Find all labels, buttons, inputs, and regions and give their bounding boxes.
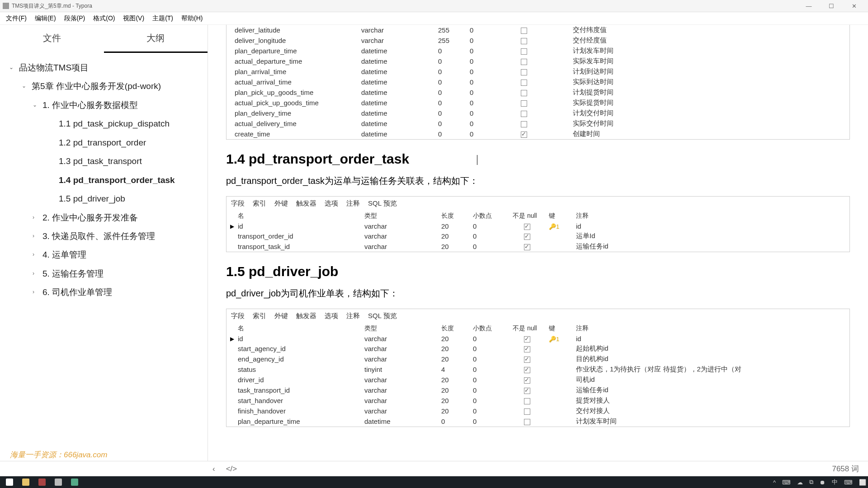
table-row[interactable]: driver_idvarchar200司机id <box>226 375 849 385</box>
outline-label: 5. 运输任务管理 <box>42 267 104 280</box>
checkbox-icon <box>521 69 527 75</box>
menu-item[interactable]: 视图(V) <box>119 14 148 23</box>
table-row[interactable]: statustinyint40作业状态，1为待执行（对应 待提货），2为进行中（… <box>226 364 849 375</box>
table-row[interactable]: task_transport_idvarchar200运输任务id <box>226 385 849 395</box>
outline-item[interactable]: 1.5 pd_driver_job <box>4 189 204 208</box>
db-tab[interactable]: 注释 <box>346 199 360 208</box>
table-row[interactable]: start_agency_idvarchar200起始机构id <box>226 343 849 354</box>
menu-item[interactable]: 编辑(E) <box>31 14 60 23</box>
table-row[interactable]: plan_delivery_timedatetime00计划交付时间 <box>226 108 849 118</box>
outline-item[interactable]: 品达物流TMS项目 <box>4 58 204 77</box>
menu-item[interactable]: 格式(O) <box>89 14 119 23</box>
tray-icon[interactable]: ⌨ <box>782 479 791 486</box>
taskbar: ^⌨☁⧉⏺中⌨⬜ <box>0 476 868 488</box>
table-row[interactable]: plan_arrival_timedatetime00计划到达时间 <box>226 66 849 77</box>
heading-1-4: 1.4 pd_transport_order_task <box>226 151 850 167</box>
checkbox-icon <box>521 90 527 96</box>
table-row[interactable]: actual_arrival_timedatetime00实际到达时间 <box>226 77 849 87</box>
caret-icon <box>33 250 40 259</box>
outline-label: 1. 作业中心服务数据模型 <box>42 99 138 112</box>
checkbox-icon <box>524 357 530 363</box>
taskbar-app-doc[interactable] <box>51 477 66 487</box>
checkbox-icon <box>524 346 530 352</box>
outline-item[interactable]: 1. 作业中心服务数据模型 <box>4 96 204 114</box>
table-row[interactable]: deliver_latitudevarchar2550交付纬度值 <box>226 25 849 35</box>
outline-item[interactable]: 5. 运输任务管理 <box>4 264 204 283</box>
checkbox-icon <box>524 367 530 373</box>
db-tabs: 字段索引外键触发器选项注释SQL 预览 <box>226 309 849 323</box>
tab-file[interactable]: 文件 <box>0 25 104 53</box>
menu-item[interactable]: 文件(F) <box>2 14 31 23</box>
checkbox-icon <box>524 388 530 394</box>
db-tab[interactable]: 字段 <box>231 312 245 320</box>
table-row[interactable]: start_handovervarchar200提货对接人 <box>226 395 849 406</box>
db-tab[interactable]: 选项 <box>325 312 338 320</box>
db-tab[interactable]: 字段 <box>231 199 245 208</box>
menu-item[interactable]: 主题(T) <box>148 14 177 23</box>
table-row[interactable]: ▶idvarchar200🔑1id <box>226 334 849 343</box>
db-tab[interactable]: SQL 预览 <box>368 199 397 208</box>
taskbar-app-explorer[interactable] <box>18 477 33 487</box>
taskbar-app-browser[interactable] <box>67 477 82 487</box>
outline-item[interactable]: 1.1 pd_task_pickup_dispatch <box>4 114 204 133</box>
db-tab[interactable]: SQL 预览 <box>368 312 397 320</box>
maximize-button[interactable]: ☐ <box>820 3 843 9</box>
outline-item[interactable]: 1.4 pd_transport_order_task <box>4 171 204 189</box>
table-row[interactable]: transport_order_idvarchar200运单Id <box>226 231 849 241</box>
app-icon <box>3 3 9 9</box>
db-tab[interactable]: 注释 <box>346 312 360 320</box>
caret-icon <box>33 101 40 109</box>
outline-item[interactable]: 4. 运单管理 <box>4 245 204 264</box>
close-button[interactable]: ✕ <box>843 3 865 9</box>
table-row[interactable]: actual_departure_timedatetime00实际发车时间 <box>226 56 849 66</box>
tray-icon[interactable]: ☁ <box>797 479 803 486</box>
menu-item[interactable]: 帮助(H) <box>177 14 207 23</box>
db-tab[interactable]: 触发器 <box>296 199 316 208</box>
start-button[interactable] <box>2 477 17 487</box>
tray-icon[interactable]: ⬜ <box>859 479 866 486</box>
outline-item[interactable]: 3. 快递员取件、派件任务管理 <box>4 227 204 245</box>
outline-label: 1.5 pd_driver_job <box>59 192 125 205</box>
word-count: 7658 词 <box>832 464 859 474</box>
tray-icon[interactable]: ⧉ <box>809 479 813 486</box>
table-row[interactable]: deliver_longitudevarchar2550交付经度值 <box>226 35 849 46</box>
menu-item[interactable]: 段落(P) <box>60 14 90 23</box>
table-row[interactable]: transport_task_idvarchar200运输任务id <box>226 241 849 252</box>
table-row[interactable]: ▶idvarchar200🔑1id <box>226 221 849 231</box>
table-row[interactable]: create_timedatetime00创建时间 <box>226 129 849 139</box>
db-tab[interactable]: 索引 <box>253 312 266 320</box>
tray-icon[interactable]: ⌨ <box>844 479 853 486</box>
db-tab[interactable]: 索引 <box>253 199 266 208</box>
table-row[interactable]: actual_pick_up_goods_timedatetime00实际提货时… <box>226 98 849 108</box>
back-button[interactable]: ‹ <box>212 465 215 474</box>
outline-item[interactable]: 2. 作业中心服务开发准备 <box>4 208 204 227</box>
tray-icon[interactable]: ^ <box>773 479 776 486</box>
outline-item[interactable]: 1.3 pd_task_transport <box>4 152 204 170</box>
checkbox-icon <box>521 38 527 44</box>
table-row[interactable]: end_agency_idvarchar200目的机构id <box>226 354 849 364</box>
db-tab[interactable]: 外键 <box>274 312 288 320</box>
outline-label: 1.1 pd_task_pickup_dispatch <box>59 117 170 130</box>
outline-label: 品达物流TMS项目 <box>19 61 89 74</box>
table-row[interactable]: actual_delivery_timedatetime00实际交付时间 <box>226 118 849 129</box>
outline-item[interactable]: 1.2 pd_transport_order <box>4 133 204 152</box>
tray-icon[interactable]: 中 <box>832 478 838 486</box>
system-tray[interactable]: ^⌨☁⧉⏺中⌨⬜ <box>773 478 866 486</box>
db-tab[interactable]: 选项 <box>325 199 338 208</box>
tab-outline[interactable]: 大纲 <box>104 25 208 53</box>
table-row[interactable]: plan_departure_timedatetime00计划发车时间 <box>226 416 849 427</box>
table-row[interactable]: plan_departure_timedatetime00计划发车时间 <box>226 46 849 56</box>
outline-item[interactable]: 6. 司机作业单管理 <box>4 283 204 301</box>
caret-icon <box>33 288 40 296</box>
document-content[interactable]: deliver_latitudevarchar2550交付纬度值deliver_… <box>208 25 868 461</box>
taskbar-app-ide[interactable] <box>34 477 50 487</box>
source-toggle[interactable]: </> <box>226 465 237 474</box>
db-tab[interactable]: 外键 <box>274 199 288 208</box>
db-tab[interactable]: 触发器 <box>296 312 316 320</box>
db-table-task-transport: deliver_latitudevarchar2550交付纬度值deliver_… <box>226 25 850 140</box>
minimize-button[interactable]: — <box>797 3 820 9</box>
table-row[interactable]: finish_handovervarchar200交付对接人 <box>226 406 849 416</box>
table-row[interactable]: plan_pick_up_goods_timedatetime00计划提货时间 <box>226 87 849 98</box>
tray-icon[interactable]: ⏺ <box>820 479 826 486</box>
outline-item[interactable]: 第5章 作业中心服务开发(pd-work) <box>4 77 204 95</box>
